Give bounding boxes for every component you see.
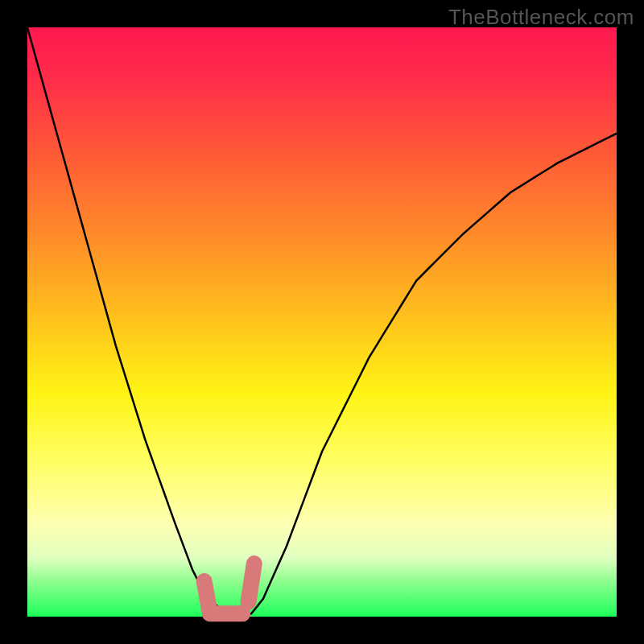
plot-background (27, 27, 617, 617)
chart-frame: TheBottleneck.com (0, 0, 644, 644)
watermark-text: TheBottleneck.com (448, 5, 634, 30)
chart-svg (0, 0, 644, 644)
